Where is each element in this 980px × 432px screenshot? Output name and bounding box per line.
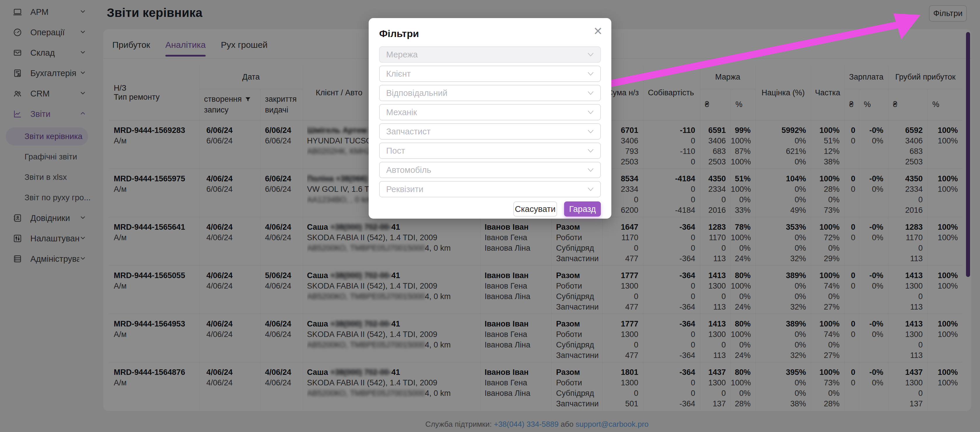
chevron-down-icon	[587, 110, 594, 114]
modal-title: Фільтри	[379, 28, 601, 39]
chevron-down-icon	[587, 91, 594, 95]
ok-button[interactable]: Гаразд	[564, 202, 601, 217]
filter-select-пост[interactable]: Пост	[379, 143, 601, 159]
filters-modal: ✕ Фільтри МережаКлієнтВідповідальнийМеха…	[369, 18, 611, 219]
filter-select-автомобіль[interactable]: Автомобіль	[379, 162, 601, 178]
chevron-down-icon	[587, 72, 594, 76]
chevron-down-icon	[587, 168, 594, 172]
chevron-down-icon	[587, 129, 594, 133]
filter-select-механік[interactable]: Механік	[379, 104, 601, 121]
filter-select-клієнт[interactable]: Клієнт	[379, 65, 601, 82]
filter-select-реквізити[interactable]: Реквізити	[379, 181, 601, 197]
filter-select-запчастист[interactable]: Запчастист	[379, 123, 601, 140]
chevron-down-icon	[587, 149, 594, 153]
cancel-button[interactable]: Скасувати	[513, 202, 557, 217]
chevron-down-icon	[587, 187, 594, 191]
filter-select-мережа: Мережа	[379, 46, 601, 63]
filter-select-відповідальний[interactable]: Відповідальний	[379, 85, 601, 101]
close-icon[interactable]: ✕	[593, 25, 603, 37]
chevron-down-icon	[587, 52, 594, 57]
